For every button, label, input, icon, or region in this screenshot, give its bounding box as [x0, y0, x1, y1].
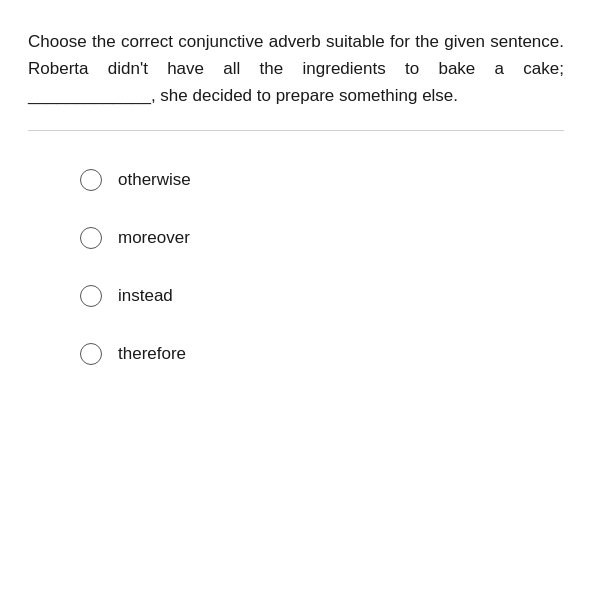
option-item-opt-therefore[interactable]: therefore [80, 325, 564, 383]
option-label-opt-otherwise: otherwise [118, 170, 191, 190]
radio-opt-therefore[interactable] [80, 343, 102, 365]
option-label-opt-moreover: moreover [118, 228, 190, 248]
radio-opt-instead[interactable] [80, 285, 102, 307]
radio-opt-otherwise[interactable] [80, 169, 102, 191]
radio-opt-moreover[interactable] [80, 227, 102, 249]
option-item-opt-otherwise[interactable]: otherwise [80, 151, 564, 209]
option-label-opt-therefore: therefore [118, 344, 186, 364]
option-label-opt-instead: instead [118, 286, 173, 306]
question-text: Choose the correct conjunctive adverb su… [28, 28, 564, 110]
option-item-opt-instead[interactable]: instead [80, 267, 564, 325]
option-item-opt-moreover[interactable]: moreover [80, 209, 564, 267]
question-container: Choose the correct conjunctive adverb su… [0, 0, 592, 130]
options-container: otherwisemoreoverinsteadtherefore [0, 131, 592, 403]
